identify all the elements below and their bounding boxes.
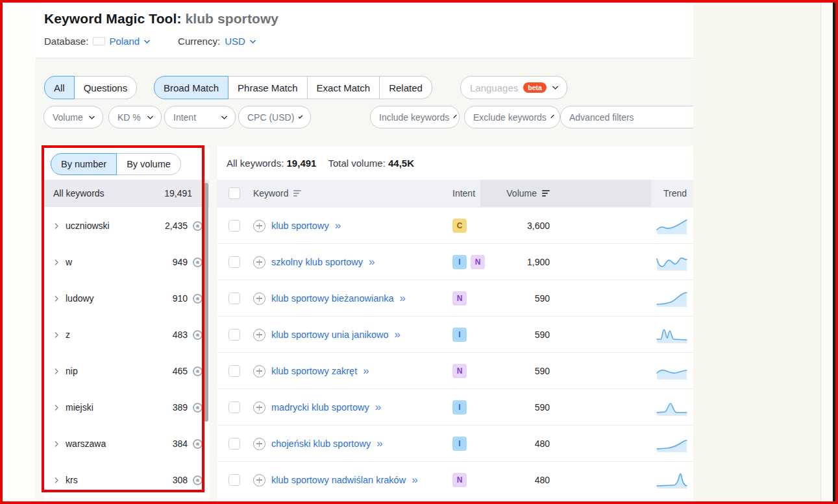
tab-exact-match[interactable]: Exact Match <box>307 76 380 99</box>
add-keyword-icon[interactable] <box>253 365 265 378</box>
row-checkbox[interactable] <box>228 256 240 268</box>
all-keywords-label: All keywords <box>53 188 105 198</box>
group-item-z[interactable]: z 483 <box>44 317 209 353</box>
keyword-link[interactable]: klub sportowy nadwiślan kraków <box>271 475 406 485</box>
open-keyword-icon[interactable]: » <box>363 365 369 376</box>
add-keyword-icon[interactable] <box>253 329 265 341</box>
keyword-link[interactable]: klub sportowy bieżanowianka <box>271 293 394 304</box>
add-keyword-icon[interactable] <box>253 474 265 486</box>
table-summary: All keywords: 19,491 Total volume: 44,5K <box>227 146 414 180</box>
eye-icon[interactable] <box>193 221 203 231</box>
row-checkbox[interactable] <box>228 402 240 413</box>
open-keyword-icon[interactable]: » <box>400 293 406 304</box>
volume-value: 1,900 <box>476 244 550 280</box>
row-checkbox[interactable] <box>228 474 240 486</box>
languages-dropdown-button[interactable]: Languages beta <box>460 76 567 99</box>
group-count: 949 <box>173 257 188 267</box>
keywords-table-panel: All keywords: 19,491 Total volume: 44,5K… <box>217 146 693 501</box>
row-checkbox[interactable] <box>228 293 240 304</box>
eye-icon[interactable] <box>193 330 203 340</box>
kd-filter-button[interactable]: KD % <box>108 106 162 128</box>
add-keyword-icon[interactable] <box>253 256 265 269</box>
open-keyword-icon[interactable]: » <box>369 256 375 267</box>
summary-total-volume-value: 44,5K <box>388 158 414 169</box>
chevron-right-icon[interactable] <box>53 295 59 302</box>
open-keyword-icon[interactable]: » <box>376 438 382 449</box>
sidebar-all-keywords-row[interactable]: All keywords 19,491 <box>44 180 209 207</box>
eye-icon[interactable] <box>193 403 203 413</box>
toggle-by-volume[interactable]: By volume <box>116 153 181 175</box>
group-item-warszawa[interactable]: warszawa 384 <box>44 426 209 462</box>
group-count: 389 <box>173 402 188 413</box>
open-keyword-icon[interactable]: » <box>395 329 401 340</box>
tab-broad-match[interactable]: Broad Match <box>154 76 228 99</box>
sidebar-scrollbar-thumb[interactable] <box>204 183 208 422</box>
eye-icon[interactable] <box>193 366 203 376</box>
add-keyword-icon[interactable] <box>253 438 265 450</box>
intent-badge-commercial: C <box>452 219 467 233</box>
exclude-keywords-filter-button[interactable]: Exclude keywords <box>464 106 560 128</box>
keyword-link[interactable]: klub sportowy <box>271 221 329 231</box>
tab-all[interactable]: All <box>44 76 75 99</box>
group-item-uczniowski[interactable]: uczniowski 2,435 <box>44 208 209 244</box>
advanced-filters-button[interactable]: Advanced filters <box>560 106 693 128</box>
group-item-w[interactable]: w 949 <box>44 244 209 280</box>
open-keyword-icon[interactable]: » <box>335 220 341 231</box>
database-selector[interactable]: Poland <box>109 36 149 47</box>
eye-icon[interactable] <box>193 294 203 304</box>
keyword-column-label: Keyword <box>253 188 288 198</box>
tab-related[interactable]: Related <box>379 76 432 99</box>
tab-phrase-match[interactable]: Phrase Match <box>228 76 308 99</box>
chevron-right-icon[interactable] <box>53 259 59 265</box>
keyword-column-header[interactable]: Keyword <box>253 180 301 207</box>
row-checkbox[interactable] <box>228 438 240 450</box>
kd-filter-label: KD % <box>117 112 141 123</box>
group-item-miejski[interactable]: miejski 389 <box>44 389 209 426</box>
currency-value: USD <box>225 36 245 47</box>
row-checkbox[interactable] <box>228 365 240 377</box>
eye-icon[interactable] <box>193 475 203 485</box>
eye-icon[interactable] <box>193 258 203 267</box>
chevron-right-icon[interactable] <box>53 477 59 483</box>
chevron-down-icon <box>89 113 95 119</box>
volume-value: 480 <box>476 426 550 462</box>
group-item-nip[interactable]: nip 465 <box>44 353 209 389</box>
intent-filter-button[interactable]: Intent <box>164 106 236 128</box>
sort-icon[interactable] <box>542 190 550 197</box>
open-keyword-icon[interactable]: » <box>412 474 417 485</box>
trend-sparkline <box>656 217 687 235</box>
toggle-by-number[interactable]: By number <box>51 153 117 175</box>
cpc-filter-button[interactable]: CPC (USD) <box>238 106 311 128</box>
add-keyword-icon[interactable] <box>253 293 265 305</box>
tab-questions[interactable]: Questions <box>74 76 138 99</box>
database-currency-row: Database: Poland Currency: USD <box>44 36 255 47</box>
chevron-right-icon[interactable] <box>53 222 59 229</box>
volume-column-header[interactable]: Volume <box>476 180 550 207</box>
keyword-link[interactable]: madrycki klub sportowy <box>271 402 369 413</box>
include-keywords-filter-button[interactable]: Include keywords <box>370 106 460 128</box>
open-keyword-icon[interactable]: » <box>375 402 381 413</box>
select-all-checkbox[interactable] <box>228 187 240 199</box>
keyword-link[interactable]: klub sportowy zakręt <box>271 366 357 376</box>
chevron-right-icon[interactable] <box>53 331 59 338</box>
add-keyword-icon[interactable] <box>253 402 265 414</box>
group-name: w <box>66 257 173 267</box>
chevron-right-icon[interactable] <box>53 368 59 374</box>
group-item-ludowy[interactable]: ludowy 910 <box>44 280 209 317</box>
row-checkbox[interactable] <box>228 220 240 232</box>
browser-scrollbar-track[interactable] <box>820 3 833 501</box>
group-item-krs[interactable]: krs 308 <box>44 462 209 498</box>
keyword-link[interactable]: chojeński klub sportowy <box>271 438 371 449</box>
keyword-link[interactable]: szkolny klub sportowy <box>271 257 363 267</box>
sort-icon[interactable] <box>293 190 301 197</box>
row-checkbox[interactable] <box>228 329 240 341</box>
keyword-link[interactable]: klub sportowy unia janikowo <box>271 330 389 340</box>
add-keyword-icon[interactable] <box>253 220 265 232</box>
eye-icon[interactable] <box>193 439 203 449</box>
table-row: szkolny klub sportowy » I N 1,900 <box>217 243 693 280</box>
chevron-right-icon[interactable] <box>53 404 59 411</box>
currency-selector[interactable]: USD <box>225 36 255 47</box>
volume-value: 590 <box>476 280 550 317</box>
chevron-right-icon[interactable] <box>53 440 59 447</box>
volume-filter-button[interactable]: Volume <box>43 106 103 128</box>
